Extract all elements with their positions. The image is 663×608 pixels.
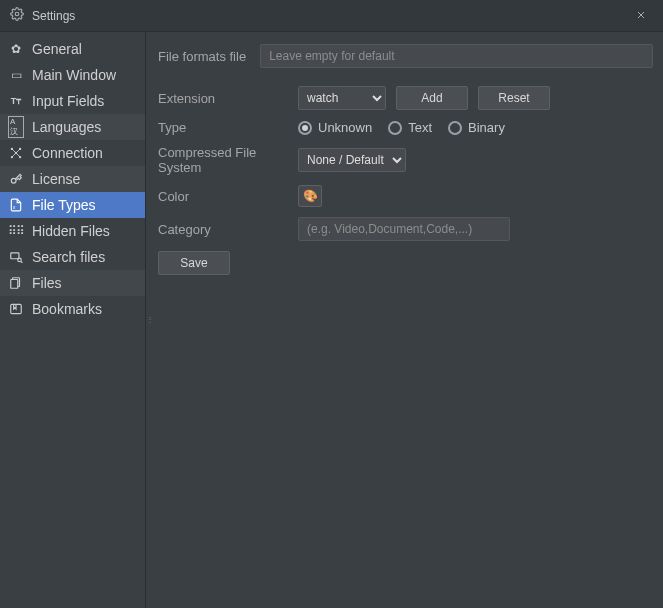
palette-icon: 🎨	[303, 189, 318, 203]
add-button[interactable]: Add	[396, 86, 468, 110]
extension-select[interactable]: watch	[298, 86, 386, 110]
files-icon	[8, 276, 24, 290]
bookmark-icon	[8, 302, 24, 316]
radio-label: Unknown	[318, 120, 372, 135]
type-radio-unknown[interactable]: Unknown	[298, 120, 372, 135]
svg-rect-14	[11, 253, 19, 259]
file-formats-label: File formats file	[158, 49, 246, 64]
cfs-label: Compressed File System	[158, 145, 288, 175]
color-picker-button[interactable]: 🎨	[298, 185, 322, 207]
radio-icon	[448, 121, 462, 135]
sidebar-item-label: Hidden Files	[32, 223, 110, 239]
svg-rect-18	[11, 280, 18, 289]
connection-icon	[8, 146, 24, 160]
type-radio-text[interactable]: Text	[388, 120, 432, 135]
sidebar-item-label: Search files	[32, 249, 105, 265]
type-label: Type	[158, 120, 288, 135]
filetype-icon: x	[8, 198, 24, 212]
reset-button[interactable]: Reset	[478, 86, 550, 110]
category-label: Category	[158, 222, 288, 237]
settings-icon	[10, 7, 24, 24]
sidebar-item-input-fields[interactable]: Tᴛ Input Fields	[0, 88, 145, 114]
sidebar-item-label: Connection	[32, 145, 103, 161]
sidebar-item-connection[interactable]: Connection	[0, 140, 145, 166]
svg-line-8	[12, 149, 16, 153]
content-pane: File formats file Extension watch Add Re…	[152, 32, 663, 608]
titlebar: Settings	[0, 0, 663, 32]
radio-icon	[298, 121, 312, 135]
sidebar-item-file-types[interactable]: x File Types	[0, 192, 145, 218]
key-icon	[8, 172, 24, 186]
sidebar-item-main-window[interactable]: ▭ Main Window	[0, 62, 145, 88]
svg-point-0	[15, 12, 19, 16]
svg-line-11	[16, 153, 20, 157]
svg-line-9	[16, 149, 20, 153]
cfs-select[interactable]: None / Default	[298, 148, 406, 172]
sidebar-item-label: Languages	[32, 119, 101, 135]
svg-text:x: x	[13, 205, 16, 210]
file-formats-input[interactable]	[260, 44, 653, 68]
sidebar-item-hidden-files[interactable]: ⠿⠿ Hidden Files	[0, 218, 145, 244]
sidebar-item-label: Files	[32, 275, 62, 291]
gear-icon: ✿	[8, 42, 24, 56]
color-label: Color	[158, 189, 288, 204]
sidebar-item-files[interactable]: Files	[0, 270, 145, 296]
text-cursor-icon: Tᴛ	[8, 96, 24, 106]
type-radio-binary[interactable]: Binary	[448, 120, 505, 135]
svg-line-10	[12, 153, 16, 157]
grid-icon: ⠿⠿	[8, 224, 24, 238]
svg-line-16	[21, 261, 23, 263]
search-icon	[8, 250, 24, 264]
close-button[interactable]	[629, 4, 653, 28]
extension-label: Extension	[158, 91, 288, 106]
sidebar-item-label: License	[32, 171, 80, 187]
window-title: Settings	[32, 9, 629, 23]
sidebar-item-general[interactable]: ✿ General	[0, 36, 145, 62]
category-input[interactable]	[298, 217, 510, 241]
window-icon: ▭	[8, 68, 24, 82]
radio-icon	[388, 121, 402, 135]
type-radio-group: Unknown Text Binary	[298, 120, 505, 135]
radio-label: Text	[408, 120, 432, 135]
sidebar: ✿ General ▭ Main Window Tᴛ Input Fields …	[0, 32, 146, 608]
sidebar-item-label: Bookmarks	[32, 301, 102, 317]
sidebar-item-license[interactable]: License	[0, 166, 145, 192]
sidebar-item-languages[interactable]: A汉 Languages	[0, 114, 145, 140]
radio-label: Binary	[468, 120, 505, 135]
sidebar-item-label: Main Window	[32, 67, 116, 83]
sidebar-item-label: General	[32, 41, 82, 57]
svg-point-12	[11, 178, 16, 183]
lang-icon: A汉	[8, 116, 24, 138]
sidebar-item-label: Input Fields	[32, 93, 104, 109]
sidebar-item-bookmarks[interactable]: Bookmarks	[0, 296, 145, 322]
sidebar-item-search-files[interactable]: Search files	[0, 244, 145, 270]
sidebar-item-label: File Types	[32, 197, 96, 213]
save-button[interactable]: Save	[158, 251, 230, 275]
